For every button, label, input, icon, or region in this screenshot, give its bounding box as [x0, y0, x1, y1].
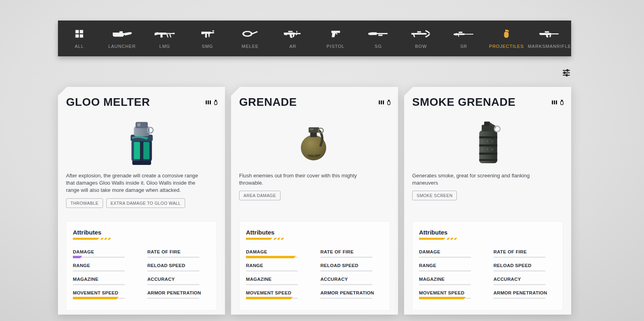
nav-item-launcher[interactable]: LAUNCHER: [101, 21, 143, 56]
nav-label: MELEE: [242, 44, 258, 49]
attribute-row-movement-speed: MOVEMENT SPEED: [246, 290, 298, 304]
attribute-row-movement-speed: MOVEMENT SPEED: [419, 290, 471, 304]
attribute-row-reload-speed: RELOAD SPEED: [493, 263, 545, 277]
grenade-slot-icon: [560, 99, 564, 105]
nav-item-all[interactable]: ALL: [58, 21, 101, 56]
nav-label: LAUNCHER: [108, 44, 136, 49]
gloo-melter-grenade-image: [58, 116, 225, 168]
card-body: After explosion, the grenade will create…: [66, 172, 214, 208]
grid-all-icon: [74, 27, 84, 41]
nav-label: AR: [289, 44, 296, 49]
tag-row: SMOKE SCREEN: [412, 191, 560, 200]
weapon-description: Generates smoke, great for screening and…: [412, 172, 551, 187]
attribute-bar-track: [493, 270, 545, 272]
weapon-stats-indicator[interactable]: [205, 99, 218, 105]
nav-item-pistol[interactable]: PISTOL: [314, 21, 357, 56]
nav-item-projectiles[interactable]: PROJECTILES: [485, 21, 528, 56]
attributes-heading: Attributes: [419, 229, 556, 236]
grenade-slot-icon: [387, 99, 391, 105]
weapon-stats-indicator[interactable]: [551, 99, 564, 105]
grenade-slot-icon: [214, 99, 218, 105]
sliders-filter-icon[interactable]: [562, 68, 572, 78]
attribute-row-reload-speed: RELOAD SPEED: [147, 263, 199, 277]
attribute-bar-track: [419, 270, 471, 272]
weapon-tag: THROWABLE: [66, 198, 103, 208]
attributes-panel: Attributes DAMAGE RANGE MAGAZINE: [66, 221, 217, 311]
shotgun-icon: [367, 27, 389, 41]
weapons-catalog-page: ALL LAUNCHER LMG SMG MELEE: [0, 0, 644, 321]
nav-item-marksmanrifle[interactable]: MARKSMANRIFLE: [528, 21, 571, 56]
weapon-title: GRENADE: [239, 96, 297, 109]
attribute-row-accuracy: ACCURACY: [493, 277, 545, 290]
nav-label: LMG: [159, 44, 170, 49]
attribute-bar-track: [320, 257, 372, 258]
attribute-bar-track: [246, 284, 298, 285]
attribute-row-accuracy: ACCURACY: [147, 277, 199, 290]
nav-label: PISTOL: [326, 44, 345, 49]
attribute-bar-track: [147, 298, 199, 299]
attribute-bar-track: [419, 257, 471, 258]
attribute-bar-track: [493, 284, 545, 285]
stats-bars-icon: [551, 99, 558, 105]
marksman-rifle-icon: [539, 27, 560, 41]
attributes-heading-underline: [419, 238, 556, 240]
attribute-bar-track: [246, 257, 298, 258]
weapon-card-grenade: GRENADE GREN-RN: [231, 87, 398, 315]
weapon-description: Flush enemies out from their cover with …: [239, 172, 378, 187]
attribute-bar-track: [246, 298, 298, 299]
attributes-heading-underline: [73, 238, 210, 240]
weapon-tag: EXTRA DAMAGE TO GLOO WALL: [106, 198, 185, 208]
lmg-icon: [154, 27, 175, 41]
attribute-row-armor-penetration: ARMOR PENETRATION: [320, 290, 372, 304]
weapon-card-gloo-melter: GLOO MELTER: [58, 87, 225, 315]
weapon-card-smoke-grenade: SMOKE GRENADE: [404, 87, 571, 315]
card-body: Flush enemies out from their cover with …: [239, 172, 387, 200]
nav-item-smg[interactable]: SMG: [186, 21, 229, 56]
weapon-title: GLOO MELTER: [66, 96, 150, 109]
stats-bars-icon: [205, 99, 212, 105]
nav-item-bow[interactable]: BOW: [400, 21, 442, 56]
nav-label: BOW: [415, 44, 427, 49]
card-header: GRENADE: [239, 96, 391, 109]
tag-row: AREA DAMAGE: [239, 191, 387, 200]
weapon-title: SMOKE GRENADE: [412, 96, 516, 109]
nav-item-sr[interactable]: SR: [442, 21, 485, 56]
projectiles-grenade-icon: [503, 27, 510, 41]
attribute-row-magazine: MAGAZINE: [73, 277, 125, 290]
nav-label: MARKSMANRIFLE: [528, 44, 571, 49]
attribute-bar-track: [419, 284, 471, 285]
attribute-row-reload-speed: RELOAD SPEED: [320, 263, 372, 277]
crossbow-icon: [411, 27, 431, 41]
attribute-bar-track: [73, 298, 125, 299]
nav-label: ALL: [75, 44, 84, 49]
weapon-cards-row: GLOO MELTER: [58, 87, 571, 315]
weapon-stats-indicator[interactable]: [378, 99, 391, 105]
attribute-row-rate-of-fire: RATE OF FIRE: [493, 249, 545, 263]
nav-item-lmg[interactable]: LMG: [143, 21, 186, 56]
attributes-grid: DAMAGE RANGE MAGAZINE MOVEMENT SPEED: [246, 249, 383, 304]
attribute-bar-fill: [73, 297, 119, 299]
pistol-icon: [330, 27, 341, 41]
card-header: SMOKE GRENADE: [412, 96, 564, 109]
nav-label: SMG: [202, 44, 213, 49]
attributes-heading: Attributes: [73, 229, 210, 236]
attribute-bar-track: [320, 284, 372, 285]
attributes-heading-underline: [246, 238, 383, 240]
attribute-row-range: RANGE: [246, 263, 298, 277]
svg-text:GREN-RNDE: GREN-RNDE: [308, 154, 320, 156]
nav-item-sg[interactable]: SG: [357, 21, 400, 56]
nav-label: SR: [460, 44, 467, 49]
attribute-row-armor-penetration: ARMOR PENETRATION: [147, 290, 199, 304]
weapon-description: After explosion, the grenade will create…: [66, 172, 205, 194]
attribute-row-damage: DAMAGE: [246, 249, 298, 263]
attributes-panel: Attributes DAMAGE RANGE MAGAZINE: [412, 221, 563, 311]
attributes-heading: Attributes: [246, 229, 383, 236]
attribute-bar-track: [493, 298, 545, 299]
nav-item-melee[interactable]: MELEE: [229, 21, 271, 56]
attribute-bar-track: [73, 270, 125, 272]
tag-row: THROWABLE EXTRA DAMAGE TO GLOO WALL: [66, 198, 214, 208]
nav-item-ar[interactable]: AR: [272, 21, 314, 56]
attribute-bar-track: [147, 257, 199, 258]
launcher-icon: [111, 27, 133, 41]
attribute-bar-fill: [246, 297, 293, 299]
